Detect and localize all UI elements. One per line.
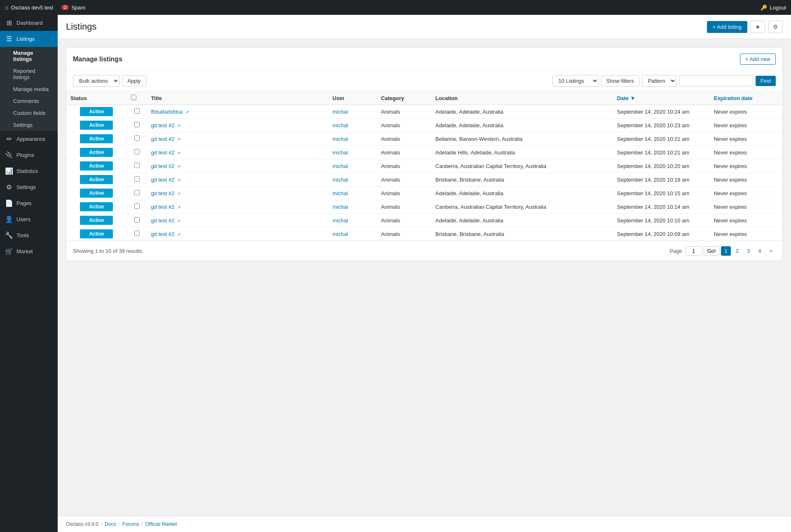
page-header-actions: + Add listing ★ ⚙ — [707, 21, 783, 33]
row-checkbox[interactable] — [134, 176, 140, 182]
site-name-item[interactable]: ⌂ Osclass dev5 test — [5, 4, 53, 11]
user-link[interactable]: michal — [332, 122, 348, 128]
category-cell: Animals — [377, 105, 431, 119]
footer-docs-link[interactable]: Docs — [105, 521, 116, 527]
per-page-dropdown[interactable]: 10 Listings 25 Listings 50 Listings 100 … — [552, 75, 599, 87]
row-checkbox[interactable] — [134, 149, 140, 154]
page-link-1[interactable]: 1 — [721, 246, 730, 256]
user-link[interactable]: michal — [332, 204, 348, 210]
appearance-icon: ✏ — [5, 135, 13, 143]
page-link-next[interactable]: > — [766, 246, 776, 256]
spam-item[interactable]: 2 Spam — [60, 5, 85, 11]
user-link[interactable]: michal — [332, 177, 348, 183]
user-link[interactable]: michal — [332, 217, 348, 224]
page-link-4[interactable]: 4 — [755, 246, 764, 256]
user-link[interactable]: michal — [332, 109, 348, 115]
sidebar-sub-manage-listings[interactable]: Manage listings — [0, 47, 58, 65]
sidebar-item-pages[interactable]: 📄 Pages — [0, 195, 58, 211]
sidebar-item-statistics[interactable]: 📊 Statistics — [0, 163, 58, 179]
page-link-3[interactable]: 3 — [744, 246, 753, 256]
status-cell: Active — [66, 119, 127, 132]
select-all-checkbox[interactable] — [131, 95, 136, 100]
footer-forums-link[interactable]: Forums — [122, 521, 139, 527]
listing-title-link[interactable]: gd test #2 — [151, 231, 174, 237]
sidebar-sub-manage-media[interactable]: Manage media — [0, 83, 58, 95]
user-link[interactable]: michal — [332, 231, 348, 237]
find-button[interactable]: Find — [756, 76, 776, 86]
listing-title-link[interactable]: gd test #2 — [151, 163, 174, 169]
expiration-cell: Never expires — [710, 105, 782, 119]
page-number-input[interactable] — [686, 246, 702, 256]
row-checkbox[interactable] — [134, 231, 140, 236]
add-new-button[interactable]: + Add new — [740, 54, 776, 65]
tools-icon: 🔧 — [5, 231, 13, 239]
row-checkbox[interactable] — [134, 203, 140, 209]
logout-button[interactable]: Logout — [770, 5, 786, 11]
bulk-actions-dropdown[interactable]: Bulk actions Delete Activate Deactivate — [73, 75, 119, 87]
date-cell: September 14, 2020 10:21 am — [613, 146, 710, 159]
user-link[interactable]: michal — [332, 136, 348, 142]
category-cell: Animals — [377, 119, 431, 132]
page-link-2[interactable]: 2 — [732, 246, 742, 256]
row-checkbox[interactable] — [134, 190, 140, 195]
user-link[interactable]: michal — [332, 190, 348, 196]
manage-listings-title: Manage listings — [73, 56, 122, 63]
sidebar-sub-reported-listings[interactable]: Reported listings — [0, 65, 58, 83]
status-badge: Active — [80, 202, 113, 211]
sidebar-sub-comments[interactable]: Comments — [0, 95, 58, 107]
apply-button[interactable]: Apply — [122, 75, 146, 86]
row-checkbox[interactable] — [134, 135, 140, 141]
dashboard-icon: ⊞ — [5, 19, 13, 27]
show-filters-button[interactable]: Show filters — [601, 75, 639, 86]
row-checkbox[interactable] — [134, 122, 140, 127]
star-icon-button[interactable]: ★ — [751, 21, 765, 33]
search-input[interactable] — [679, 75, 753, 86]
user-link[interactable]: michal — [332, 163, 348, 169]
gear-icon-button[interactable]: ⚙ — [768, 21, 783, 33]
footer-market-link[interactable]: Official Market — [145, 521, 177, 527]
user-link[interactable]: michal — [332, 149, 348, 156]
listing-title-link[interactable]: gd test #2 — [151, 217, 174, 224]
row-checkbox[interactable] — [134, 108, 140, 114]
listing-title-link[interactable]: gd test #2 — [151, 136, 174, 142]
date-sort-icon: ▼ — [630, 95, 635, 101]
listing-title-link[interactable]: gd test #2 — [151, 190, 174, 196]
pagination-bar: Showing 1 to 10 of 39 results Page Go! 1… — [66, 241, 782, 261]
page-title: Listings — [66, 21, 97, 32]
sidebar-sub-settings[interactable]: Settings — [0, 119, 58, 131]
sidebar-item-plugins[interactable]: 🔌 Plugins — [0, 147, 58, 163]
sidebar-item-appearance[interactable]: ✏ Appearance — [0, 131, 58, 147]
location-cell: Adelaide, Adelaide, Australia — [431, 119, 613, 132]
content-area: Manage listings + Add new Bulk actions D… — [58, 39, 791, 516]
col-header-location: Location — [431, 91, 613, 105]
pagination-controls: Page Go! 1 2 3 4 > — [669, 246, 776, 256]
sidebar-item-market[interactable]: 🛒 Market — [0, 243, 58, 259]
go-button[interactable]: Go! — [704, 246, 720, 256]
category-cell: Animals — [377, 187, 431, 200]
sidebar-sub-custom-fields[interactable]: Custom fields — [0, 107, 58, 119]
search-pattern-dropdown[interactable]: Pattern Exact — [642, 75, 676, 87]
col-header-date[interactable]: Date ▼ — [613, 91, 710, 105]
content-box: Manage listings + Add new Bulk actions D… — [66, 47, 783, 261]
listing-title-link[interactable]: gd test #2 — [151, 122, 174, 128]
row-checkbox[interactable] — [134, 217, 140, 222]
listing-title-link[interactable]: gd test #2 — [151, 149, 174, 156]
toolbar-left: Bulk actions Delete Activate Deactivate … — [73, 75, 146, 87]
col-header-expiration[interactable]: Expiration date — [710, 91, 782, 105]
listing-title-link[interactable]: ffdsafadsfdsa — [151, 109, 183, 115]
sidebar-item-dashboard[interactable]: ⊞ Dashboard — [0, 15, 58, 31]
sidebar-item-users[interactable]: 👤 Users — [0, 211, 58, 227]
listing-title-link[interactable]: gd test #2 — [151, 177, 174, 183]
settings-icon: ⚙ — [5, 183, 13, 191]
add-listing-button[interactable]: + Add listing — [707, 21, 747, 33]
date-cell: September 14, 2020 10:21 am — [613, 132, 710, 146]
status-badge: Active — [80, 189, 113, 198]
row-checkbox[interactable] — [134, 163, 140, 168]
expiration-cell: Never expires — [710, 227, 782, 241]
sidebar-item-tools[interactable]: 🔧 Tools — [0, 227, 58, 243]
title-cell: gd test #2 ↗ — [147, 173, 328, 187]
sidebar-item-listings[interactable]: ☰ Listings — [0, 31, 58, 47]
location-cell: Adelaide, Adelaide, Australia — [431, 214, 613, 227]
listing-title-link[interactable]: gd test #2 — [151, 204, 174, 210]
sidebar-item-settings[interactable]: ⚙ Settings — [0, 179, 58, 195]
